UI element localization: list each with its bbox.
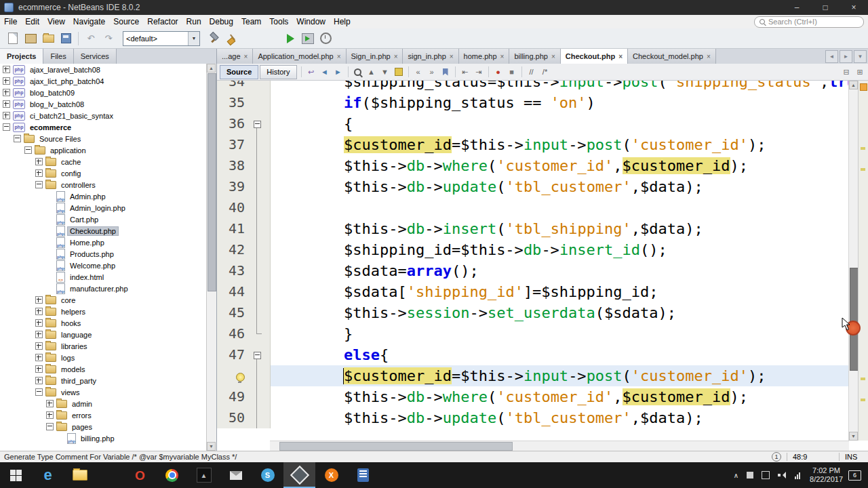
close-button[interactable]: × [840, 0, 868, 15]
debug-project-button[interactable] [299, 30, 317, 47]
code-text[interactable]: $shipping_status=$this->input->post('shi… [271, 81, 868, 92]
notifications-icon[interactable]: 1 [772, 452, 781, 462]
code-text[interactable]: $sdata['shipping_id']=$shipping_id; [271, 281, 868, 302]
shift-line-right-button[interactable]: ⇥ [472, 65, 486, 79]
menu-run[interactable]: Run [182, 16, 205, 28]
menu-source[interactable]: Source [109, 16, 143, 28]
tree-row[interactable]: Source Files [0, 133, 207, 144]
code-text[interactable]: } [271, 323, 868, 344]
tree-row[interactable]: <>index.html [0, 271, 207, 283]
doc-tab-application-model-php[interactable]: Application_model.php× [253, 49, 346, 64]
profile-project-button[interactable] [317, 30, 334, 47]
tab-close-icon[interactable]: × [450, 53, 454, 60]
tree-row[interactable]: models [0, 363, 207, 375]
maximize-button[interactable]: □ [811, 0, 840, 15]
tree-row[interactable]: application [0, 144, 207, 156]
clean-build-button[interactable] [223, 30, 241, 47]
configuration-combo[interactable]: <default>▼ [123, 31, 200, 46]
panel-tab-services[interactable]: Services [74, 49, 117, 64]
editor-scroll-down-icon[interactable]: ▼ [849, 432, 858, 441]
menu-help[interactable]: Help [330, 16, 355, 28]
gutter-line-49[interactable]: 49 [217, 386, 271, 407]
line-number[interactable]: 38 [217, 155, 247, 176]
calculator-taskbar-button[interactable] [347, 462, 379, 488]
menu-view[interactable]: View [43, 16, 69, 28]
expand-icon[interactable] [46, 411, 54, 419]
code-text[interactable]: $customer_id=$this->input->post('custome… [271, 365, 868, 386]
previous-bookmark-button[interactable]: « [412, 65, 425, 79]
expand-icon[interactable] [35, 365, 43, 373]
find-selection-button[interactable] [351, 65, 365, 79]
code-text[interactable]: { [271, 113, 868, 134]
tab-close-icon[interactable]: × [337, 53, 341, 60]
last-edit-position-button[interactable]: ↩ [304, 65, 318, 79]
occurrence-stripe-mark[interactable] [861, 378, 865, 380]
doc-tab--age[interactable]: ...age× [217, 49, 253, 64]
tree-row[interactable]: admin [0, 398, 207, 409]
tree-row[interactable]: phpblog_lv_batch08 [0, 98, 207, 110]
quick-search-input[interactable]: Search (Ctrl+I) [754, 16, 864, 28]
gutter-line-46[interactable]: 46 [217, 323, 271, 344]
doc-tab-sign-in-php[interactable]: Sign_in.php× [347, 49, 403, 64]
run-project-button[interactable] [281, 30, 299, 47]
tab-close-icon[interactable]: × [394, 53, 398, 60]
tab-close-icon[interactable]: × [500, 53, 505, 60]
source-view-button[interactable]: Source [220, 65, 258, 79]
chrome-taskbar-button[interactable] [156, 462, 188, 488]
gutter-line-43[interactable]: 43 [217, 260, 271, 281]
tree-row[interactable]: phpbilling.php [0, 432, 207, 444]
occurrence-stripe-mark[interactable] [861, 168, 865, 171]
redo-button[interactable]: ↷ [100, 30, 117, 47]
tree-row[interactable]: controllers [0, 179, 207, 190]
gutter-line-50[interactable]: 50 [217, 407, 271, 428]
file-explorer-taskbar-button[interactable] [64, 462, 96, 488]
code-text[interactable]: $this->db->where('customer_id',$customer… [271, 386, 868, 407]
gutter-line-37[interactable]: 37 [217, 134, 271, 155]
tree-row[interactable]: hooks [0, 317, 207, 329]
line-number[interactable]: 46 [217, 323, 247, 344]
split-document-button[interactable]: ⊟ [840, 65, 853, 79]
collapse-icon[interactable] [14, 135, 21, 142]
tree-row[interactable]: helpers [0, 306, 207, 317]
tree-row[interactable]: phpWelcome.php [0, 260, 207, 271]
tree-row[interactable]: language [0, 329, 207, 340]
line-number[interactable]: 42 [217, 239, 247, 260]
line-number[interactable]: 47 [217, 344, 247, 365]
editor-vertical-scrollbar[interactable]: ▲ ▼ [848, 81, 859, 441]
expand-icon[interactable] [35, 331, 43, 338]
expand-icon[interactable] [3, 77, 10, 85]
new-project-button[interactable] [22, 30, 39, 47]
taskbar-clock[interactable]: 7:02 PM 8/22/2017 [810, 466, 843, 484]
tree-scroll-up-icon[interactable]: ▲ [207, 64, 216, 73]
line-number[interactable]: 43 [217, 260, 247, 281]
code-text[interactable]: $customer_id=$this->input->post('custome… [271, 134, 868, 155]
editor-hscrollbar-thumb[interactable] [279, 442, 513, 451]
find-next-occurrence-button[interactable]: ▼ [378, 65, 392, 79]
scroll-tabs-left-button[interactable]: ◄ [825, 50, 838, 63]
back-button[interactable]: ◄ [318, 65, 332, 79]
start-macro-recording-button[interactable]: ● [492, 65, 505, 79]
expand-icon[interactable] [3, 66, 10, 73]
tray-app-icon[interactable] [762, 471, 770, 479]
gutter-line-39[interactable]: 39 [217, 176, 271, 197]
expand-icon[interactable] [35, 308, 43, 315]
code-text[interactable]: else{ [271, 344, 868, 365]
expand-icon[interactable] [35, 169, 43, 177]
panel-tab-projects[interactable]: Projects [0, 49, 43, 64]
gutter-line-47[interactable]: 47 [217, 344, 271, 365]
gutter-line-42[interactable]: 42 [217, 239, 271, 260]
tree-row[interactable]: cache [0, 156, 207, 167]
gutter-line-40[interactable]: 40 [217, 197, 271, 218]
toggle-highlight-search-button[interactable] [392, 65, 406, 79]
tab-close-icon[interactable]: × [244, 53, 248, 60]
menu-window[interactable]: Window [292, 16, 330, 28]
menu-navigate[interactable]: Navigate [69, 16, 109, 28]
tree-row[interactable]: phpAdmin_login.php [0, 202, 207, 214]
line-number[interactable]: 41 [217, 218, 247, 239]
xampp-taskbar-button[interactable]: X [315, 462, 347, 488]
gutter-line-35[interactable]: 35 [217, 92, 271, 113]
expand-icon[interactable] [35, 319, 43, 327]
code-text[interactable] [271, 197, 868, 218]
network-icon[interactable] [795, 472, 800, 479]
menu-debug[interactable]: Debug [205, 16, 237, 28]
